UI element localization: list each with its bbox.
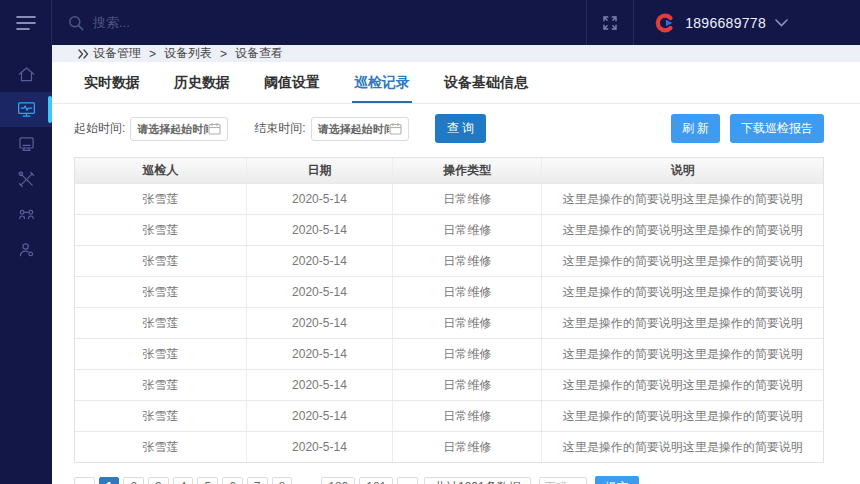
sidebar-item-device-list[interactable] [0,127,52,162]
page-button[interactable]: 181 [359,477,393,484]
cell-date: 2020-5-14 [247,246,393,276]
page-button[interactable]: 1 [99,477,120,484]
inspection-table: 巡检人 日期 操作类型 说明 张雪莲2020-5-14日常维修这里是操作的简要说… [74,157,824,463]
cell-description: 这里是操作的简要说明这里是操作的简要说明 [542,370,823,400]
tab-history-data[interactable]: 历史数据 [172,62,232,103]
next-page-button[interactable]: » [397,477,418,484]
cell-operation-type: 日常维修 [393,277,543,307]
query-button[interactable]: 查 询 [435,114,486,143]
page-button[interactable]: 180 [321,477,355,484]
cell-inspector: 张雪莲 [75,277,247,307]
fullscreen-button[interactable] [587,14,633,32]
hamburger-icon [16,16,36,30]
table-row: 张雪莲2020-5-14日常维修这里是操作的简要说明这里是操作的简要说明 [75,338,823,369]
breadcrumb-item[interactable]: 设备管理 [93,45,141,62]
column-header-date: 日期 [247,158,393,183]
cell-inspector: 张雪莲 [75,339,247,369]
end-time-input[interactable] [318,123,389,135]
table-row: 张雪莲2020-5-14日常维修这里是操作的简要说明这里是操作的简要说明 [75,431,823,462]
chevron-down-icon[interactable] [775,19,788,27]
page-button[interactable]: 3 [148,477,169,484]
cell-description: 这里是操作的简要说明这里是操作的简要说明 [542,246,823,276]
tab-inspection-records[interactable]: 巡检记录 [352,62,412,103]
page-buttons: 12345678...180181 [99,477,398,484]
page-button[interactable]: 8 [272,477,293,484]
start-time-input[interactable] [137,123,208,135]
tab-bar: 实时数据历史数据阈值设置巡检记录设备基础信息 [52,62,860,104]
search-input[interactable] [93,15,413,30]
search-icon [68,15,84,31]
home-icon [16,64,37,85]
breadcrumb-icon [78,49,89,59]
page-button[interactable]: 6 [222,477,243,484]
download-report-button[interactable]: 下载巡检报告 [730,114,824,143]
cell-description: 这里是操作的简要说明这里是操作的简要说明 [542,401,823,431]
cell-date: 2020-5-14 [247,370,393,400]
table-row: 张雪莲2020-5-14日常维修这里是操作的简要说明这里是操作的简要说明 [75,307,823,338]
hamburger-menu-button[interactable] [0,0,52,45]
filter-row: 起始时间: 结束时间: 查 询 刷 新 下载巡检报告 [52,104,860,151]
cell-operation-type: 日常维修 [393,308,543,338]
cell-date: 2020-5-14 [247,339,393,369]
sidebar-item-organization[interactable] [0,197,52,232]
page-button[interactable]: 5 [197,477,218,484]
breadcrumb: 设备管理 > 设备列表 > 设备查看 [52,45,860,62]
cell-inspector: 张雪莲 [75,308,247,338]
organization-icon [16,204,37,225]
refresh-button[interactable]: 刷 新 [671,114,720,143]
table-row: 张雪莲2020-5-14日常维修这里是操作的简要说明这里是操作的简要说明 [75,183,823,214]
cell-inspector: 张雪莲 [75,246,247,276]
cell-date: 2020-5-14 [247,308,393,338]
breadcrumb-item[interactable]: 设备列表 [164,45,212,62]
column-header-inspector: 巡检人 [75,158,247,183]
table-row: 张雪莲2020-5-14日常维修这里是操作的简要说明这里是操作的简要说明 [75,214,823,245]
page-number-input[interactable] [539,477,587,484]
breadcrumb-item: 设备查看 [235,45,283,62]
cell-operation-type: 日常维修 [393,184,543,214]
tools-icon [16,169,37,190]
terminal-device-icon [16,134,37,155]
table-body: 张雪莲2020-5-14日常维修这里是操作的简要说明这里是操作的简要说明张雪莲2… [75,183,823,462]
page-ellipsis: ... [300,477,313,484]
start-time-label: 起始时间: [74,120,125,137]
sidebar-item-home[interactable] [0,57,52,92]
end-time-label: 结束时间: [254,120,305,137]
cell-date: 2020-5-14 [247,432,393,462]
divider [633,0,634,45]
cell-operation-type: 日常维修 [393,246,543,276]
calendar-icon [389,122,402,135]
breadcrumb-separator: > [149,47,156,61]
breadcrumb-separator: > [220,47,227,61]
active-indicator-bar [48,96,52,123]
cell-operation-type: 日常维修 [393,339,543,369]
page-button[interactable]: 4 [173,477,194,484]
sidebar-item-maintenance-tools[interactable] [0,162,52,197]
page-button[interactable]: 2 [123,477,144,484]
cell-description: 这里是操作的简要说明这里是操作的简要说明 [542,308,823,338]
prev-page-button[interactable]: « [74,477,95,484]
sidebar-item-user-settings[interactable] [0,232,52,267]
main-content: 设备管理 > 设备列表 > 设备查看 实时数据历史数据阈值设置巡检记录设备基础信… [52,45,860,484]
tab-threshold-settings[interactable]: 阈值设置 [262,62,322,103]
pagination: « 12345678...180181 » 共计1801条数据 提交 [74,476,824,484]
sidebar-item-device-monitor[interactable] [0,92,52,127]
cell-inspector: 张雪莲 [75,401,247,431]
table-row: 张雪莲2020-5-14日常维修这里是操作的简要说明这里是操作的简要说明 [75,369,823,400]
avatar[interactable] [654,12,676,34]
cell-inspector: 张雪莲 [75,215,247,245]
cell-description: 这里是操作的简要说明这里是操作的简要说明 [542,432,823,462]
cell-inspector: 张雪莲 [75,370,247,400]
page-button[interactable]: 7 [247,477,268,484]
cell-date: 2020-5-14 [247,215,393,245]
tab-device-basic-info[interactable]: 设备基础信息 [442,62,530,103]
table-row: 张雪莲2020-5-14日常维修这里是操作的简要说明这里是操作的简要说明 [75,245,823,276]
column-header-description: 说明 [542,158,823,183]
tab-realtime-data[interactable]: 实时数据 [82,62,142,103]
cell-inspector: 张雪莲 [75,184,247,214]
cell-operation-type: 日常维修 [393,215,543,245]
page-submit-button[interactable]: 提交 [595,476,639,484]
end-time-picker[interactable] [311,117,409,141]
table-row: 张雪莲2020-5-14日常维修这里是操作的简要说明这里是操作的简要说明 [75,400,823,431]
cell-description: 这里是操作的简要说明这里是操作的简要说明 [542,215,823,245]
start-time-picker[interactable] [130,117,228,141]
